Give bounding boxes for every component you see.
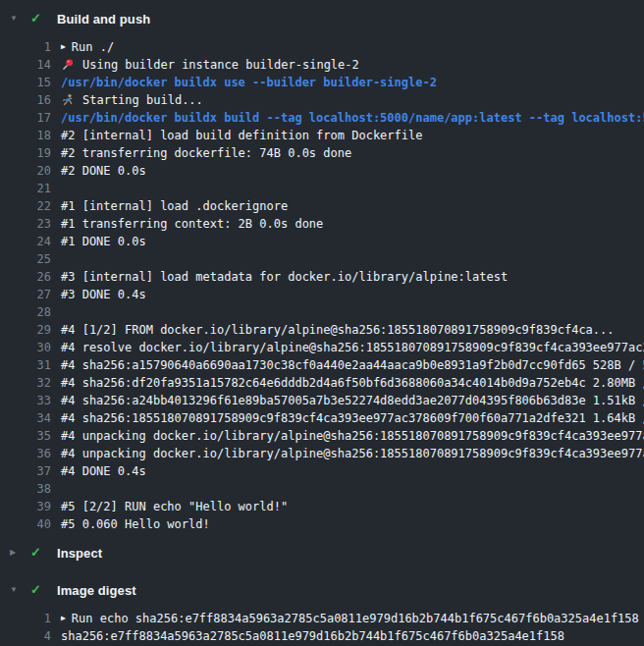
success-check-icon: ✓ bbox=[30, 9, 46, 28]
line-number[interactable]: 39 bbox=[0, 498, 51, 515]
line-number[interactable]: 27 bbox=[0, 286, 51, 303]
log-text-content: #4 sha256:a24bb4013296f61e89ba57005a7b3e… bbox=[61, 392, 644, 409]
log-line: 25 bbox=[0, 250, 644, 268]
log-line: 16Starting build... bbox=[0, 91, 644, 109]
log-text: #2 transferring dockerfile: 74B 0.0s don… bbox=[61, 144, 351, 162]
chevron-right-icon[interactable]: ▶ bbox=[10, 543, 22, 563]
section-inspect: ▶✓Inspect bbox=[0, 543, 644, 563]
log-text: #3 DONE 0.4s bbox=[61, 286, 146, 303]
log-line: 22#1 [internal] load .dockerignore bbox=[0, 197, 644, 215]
log-text: #3 [internal] load metadata for docker.i… bbox=[61, 268, 508, 286]
play-icon[interactable]: ▶ bbox=[61, 610, 66, 627]
line-number[interactable]: 31 bbox=[0, 356, 51, 374]
success-check-icon: ✓ bbox=[30, 580, 46, 600]
line-number[interactable]: 15 bbox=[0, 74, 51, 91]
log-text: Starting build... bbox=[61, 91, 203, 109]
success-check-icon: ✓ bbox=[30, 543, 46, 563]
log-text-content: #4 [1/2] FROM docker.io/library/alpine@s… bbox=[61, 321, 615, 339]
log-line: 36#4 unpacking docker.io/library/alpine@… bbox=[0, 445, 644, 462]
line-number[interactable]: 28 bbox=[0, 303, 51, 321]
log-text: #2 DONE 0.0s bbox=[61, 162, 146, 180]
line-number[interactable]: 22 bbox=[0, 197, 51, 215]
log-line: 4sha256:e7ff8834a5963a2785c5a0811e979d16… bbox=[0, 627, 644, 645]
line-number[interactable]: 21 bbox=[0, 180, 51, 197]
line-number[interactable]: 33 bbox=[0, 392, 51, 409]
line-number[interactable]: 35 bbox=[0, 427, 51, 445]
line-number[interactable]: 29 bbox=[0, 321, 51, 339]
log-line: 1▶Run ./ bbox=[0, 38, 644, 56]
log-text-content: #4 resolve docker.io/library/alpine@sha2… bbox=[61, 339, 644, 356]
line-number[interactable]: 19 bbox=[0, 144, 51, 162]
line-number[interactable]: 26 bbox=[0, 268, 51, 286]
log-text-content: #4 DONE 0.4s bbox=[61, 462, 146, 480]
line-number[interactable]: 17 bbox=[0, 109, 51, 127]
log-text: #4 sha256:df20fa9351a15782c64e6dddb2d4a6… bbox=[61, 374, 644, 392]
line-number[interactable]: 40 bbox=[0, 515, 51, 533]
log-line: 35#4 unpacking docker.io/library/alpine@… bbox=[0, 427, 644, 445]
log-text-content: /usr/bin/docker buildx use --builder bui… bbox=[61, 74, 437, 91]
line-number[interactable]: 25 bbox=[0, 250, 51, 268]
line-number[interactable]: 1 bbox=[0, 38, 51, 56]
line-number[interactable]: 16 bbox=[0, 91, 51, 109]
log-text-content: #4 sha256:185518070891758909c9f839cf4ca3… bbox=[61, 409, 644, 427]
log-text: #2 [internal] load build definition from… bbox=[61, 127, 422, 144]
line-number[interactable]: 24 bbox=[0, 233, 51, 250]
line-number[interactable]: 18 bbox=[0, 127, 51, 144]
line-number[interactable]: 38 bbox=[0, 480, 51, 498]
log-line: 28 bbox=[0, 303, 644, 321]
log-text: Using builder instance builder-single-2 bbox=[61, 56, 359, 74]
step-title-build-and-push: Build and push bbox=[57, 12, 150, 27]
log-text: #4 [1/2] FROM docker.io/library/alpine@s… bbox=[61, 321, 615, 339]
log-line: 39#5 [2/2] RUN echo "Hello world!" bbox=[0, 498, 644, 515]
step-header-build-and-push[interactable]: ▼✓Build and push bbox=[0, 9, 644, 28]
chevron-down-icon[interactable]: ▼ bbox=[10, 580, 22, 600]
log-line: 27#3 DONE 0.4s bbox=[0, 286, 644, 303]
log-text-content: #4 unpacking docker.io/library/alpine@sh… bbox=[61, 427, 644, 445]
log-text-content: #1 DONE 0.0s bbox=[61, 233, 146, 250]
log-text-content: Run echo sha256:e7ff8834a5963a2785c5a081… bbox=[72, 610, 639, 627]
log-line: 24#1 DONE 0.0s bbox=[0, 233, 644, 250]
log-line: 14Using builder instance builder-single-… bbox=[0, 56, 644, 74]
log-line: 33#4 sha256:a24bb4013296f61e89ba57005a7b… bbox=[0, 392, 644, 409]
line-number[interactable]: 32 bbox=[0, 374, 51, 392]
section-image-digest: ▼✓Image digest1▶Run echo sha256:e7ff8834… bbox=[0, 580, 644, 645]
log-text-content: #2 DONE 0.0s bbox=[61, 162, 146, 180]
log-line: 23#1 transferring context: 2B 0.0s done bbox=[0, 215, 644, 233]
play-icon[interactable]: ▶ bbox=[61, 38, 66, 56]
step-header-image-digest[interactable]: ▼✓Image digest bbox=[0, 580, 644, 600]
line-number[interactable]: 14 bbox=[0, 56, 51, 74]
step-title-image-digest: Image digest bbox=[57, 583, 136, 598]
log-text: ▶Run ./ bbox=[61, 38, 114, 56]
step-title-inspect: Inspect bbox=[57, 546, 102, 561]
log-text: #1 transferring context: 2B 0.0s done bbox=[61, 215, 323, 233]
log-text: #5 [2/2] RUN echo "Hello world!" bbox=[61, 498, 288, 515]
line-number[interactable]: 23 bbox=[0, 215, 51, 233]
log-text: #4 sha256:185518070891758909c9f839cf4ca3… bbox=[61, 409, 644, 427]
line-number[interactable]: 20 bbox=[0, 162, 51, 180]
log-line: 32#4 sha256:df20fa9351a15782c64e6dddb2d4… bbox=[0, 374, 644, 392]
line-number[interactable]: 34 bbox=[0, 409, 51, 427]
step-header-inspect[interactable]: ▶✓Inspect bbox=[0, 543, 644, 563]
log-text: /usr/bin/docker buildx use --builder bui… bbox=[61, 74, 437, 91]
log-line: 19#2 transferring dockerfile: 74B 0.0s d… bbox=[0, 144, 644, 162]
actions-log-viewer: ▼✓Build and push1▶Run ./14Using builder … bbox=[0, 0, 644, 646]
log-text: ▶Run echo sha256:e7ff8834a5963a2785c5a08… bbox=[61, 610, 639, 627]
log-text-content: /usr/bin/docker buildx build --tag local… bbox=[61, 109, 644, 127]
chevron-down-icon[interactable]: ▼ bbox=[10, 9, 22, 28]
log-text-content: #2 [internal] load build definition from… bbox=[61, 127, 422, 144]
step-log-lines: 1▶Run echo sha256:e7ff8834a5963a2785c5a0… bbox=[0, 610, 644, 645]
pushpin-icon bbox=[61, 58, 75, 72]
log-text-content: #1 [internal] load .dockerignore bbox=[61, 197, 288, 215]
step-log-lines: 1▶Run ./14Using builder instance builder… bbox=[0, 38, 644, 533]
log-text-content: #5 [2/2] RUN echo "Hello world!" bbox=[61, 498, 288, 515]
log-text-content: #4 unpacking docker.io/library/alpine@sh… bbox=[61, 445, 644, 462]
log-text: #4 sha256:a24bb4013296f61e89ba57005a7b3e… bbox=[61, 392, 644, 409]
line-number[interactable]: 37 bbox=[0, 462, 51, 480]
log-line: 15/usr/bin/docker buildx use --builder b… bbox=[0, 74, 644, 91]
line-number[interactable]: 4 bbox=[0, 627, 51, 645]
line-number[interactable]: 1 bbox=[0, 610, 51, 627]
log-line: 21 bbox=[0, 180, 644, 197]
line-number[interactable]: 30 bbox=[0, 339, 51, 356]
line-number[interactable]: 36 bbox=[0, 445, 51, 462]
log-text-content: #4 sha256:df20fa9351a15782c64e6dddb2d4a6… bbox=[61, 374, 644, 392]
